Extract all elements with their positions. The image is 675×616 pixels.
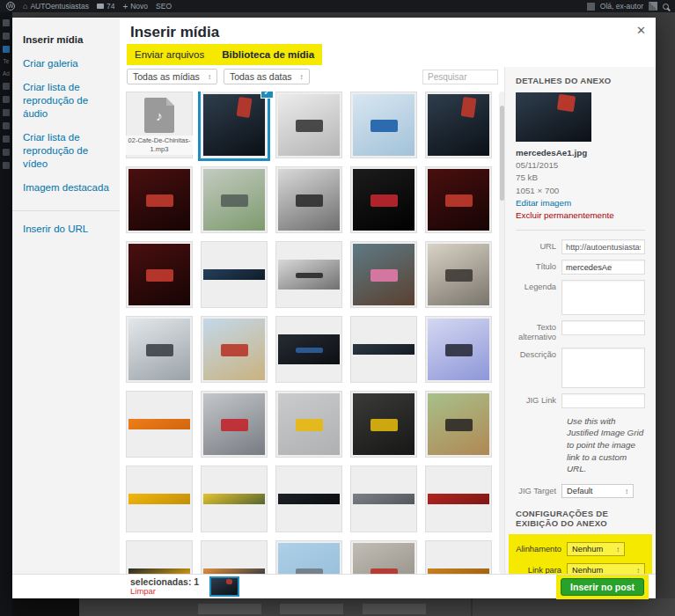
media-tile-mercedes-front-2[interactable]	[425, 92, 492, 158]
media-tile-yellow-car-strip[interactable]	[126, 466, 193, 532]
wordpress-logo-icon[interactable]: W	[6, 2, 15, 11]
media-tile-crashed-cars[interactable]	[350, 540, 417, 574]
media-tile-sunset-strip[interactable]	[201, 540, 268, 574]
plus-icon: +	[122, 2, 128, 11]
settings-icon[interactable]	[3, 162, 10, 169]
thumbnail-accent	[371, 269, 399, 282]
media-tile-scooter-dirt[interactable]	[425, 391, 492, 458]
modal-menu-item-inserir-do-url[interactable]: Inserir do URL	[12, 210, 120, 241]
thumbnail-mercedes-front-2	[428, 94, 489, 156]
media-tile-orange-strip-2[interactable]	[425, 540, 492, 574]
tab-enviar-arquivos[interactable]: Enviar arquivos	[135, 49, 204, 60]
modal-menu-item-criar-lista-de-reproducao-de-audio[interactable]: Criar lista de reprodução de áudio	[12, 76, 120, 126]
media-tile-fighter-jet[interactable]	[275, 540, 342, 574]
appearance-icon[interactable]	[3, 109, 10, 116]
edit-image-link[interactable]: Editar imagem	[516, 197, 645, 209]
media-tile-porsche-ae[interactable]	[275, 92, 342, 158]
setting-select-alinhamento[interactable]: Nenhum↕	[567, 542, 625, 556]
media-tile-yellow-tractor[interactable]	[275, 391, 342, 458]
seo-menu[interactable]: SEO	[156, 2, 172, 11]
field-label-descricao: Descrição	[516, 348, 561, 360]
account-greeting[interactable]: Olá, ex-autor	[600, 2, 643, 11]
media-tile-red-berries-3[interactable]	[126, 241, 193, 308]
audio-file-tile[interactable]: ♪02-Cafe-De-Chinitas-1.mp3	[126, 92, 193, 158]
setting-label-alinhamento: Alinhamento	[516, 545, 567, 554]
jig-target-value: Default	[567, 487, 592, 495]
posts-icon[interactable]	[3, 33, 10, 40]
media-date-filter-value: Todas as datas	[230, 71, 292, 82]
media-tile-signature-cars[interactable]	[126, 316, 193, 383]
modal-menu-item-criar-lista-de-reproducao-de-video[interactable]: Criar lista de reprodução de vídeo	[12, 126, 120, 176]
media-tile-panorama-strip[interactable]	[201, 241, 268, 308]
field-titulo[interactable]	[561, 260, 645, 275]
thumbnail-crashed-cars	[353, 543, 415, 574]
field-descricao[interactable]	[561, 348, 645, 388]
field-texto-alternativo[interactable]	[561, 320, 645, 335]
background-divider	[471, 598, 473, 616]
media-tile-red-sportscar[interactable]	[350, 166, 417, 233]
modal-menu-item-imagem-destacada[interactable]: Imagem destacada	[12, 176, 120, 200]
plugins-icon[interactable]	[3, 122, 10, 129]
delete-permanently-link[interactable]: Excluir permanentemente	[516, 209, 645, 222]
field-legenda[interactable]	[561, 280, 645, 315]
media-tile-burnout-smoke[interactable]	[425, 316, 492, 383]
thumbnail-signature-cars	[128, 319, 190, 380]
field-url[interactable]	[561, 239, 645, 254]
tools-icon[interactable]	[3, 149, 10, 156]
media-tile-red-truck-desert[interactable]	[201, 316, 268, 383]
media-tile-dark-strip[interactable]	[350, 316, 417, 383]
media-tile-black-strip[interactable]	[275, 466, 342, 532]
close-icon[interactable]: ✕	[636, 25, 646, 36]
modal-menu-item-criar-galeria[interactable]: Criar galeria	[12, 52, 120, 76]
comments-icon[interactable]	[3, 96, 10, 103]
media-tile-dark-yellow-strip[interactable]	[126, 540, 193, 574]
media-tile-taxi-cars[interactable]	[350, 391, 417, 458]
dashboard-icon[interactable]	[3, 19, 10, 26]
insert-into-post-button[interactable]: Inserir no post	[561, 578, 644, 596]
media-tile-gray-strip[interactable]	[350, 466, 417, 532]
media-tile-blue-roadster[interactable]	[350, 92, 417, 158]
field-row-titulo: Título	[516, 260, 645, 275]
attachment-filename: mercedesAe1.jpg	[516, 147, 645, 159]
media-type-filter[interactable]: Todas as mídias ↕	[127, 69, 217, 84]
field-row-texto-alternativo: Texto alternativo	[516, 320, 645, 341]
selected-item-thumbnail[interactable]	[209, 576, 239, 597]
media-tile-race-car[interactable]	[275, 316, 342, 383]
jig-target-select[interactable]: Default ↕	[561, 484, 634, 498]
media-tile-red-berries-2[interactable]	[425, 166, 492, 233]
media-tile-orange-strip[interactable]	[126, 391, 193, 458]
media-tile-sculpture-field[interactable]	[201, 166, 268, 233]
thumbnail-accent	[146, 344, 174, 356]
media-tile-yellow-green-strip[interactable]	[201, 466, 268, 532]
thumbnail-mercedes-front	[203, 94, 265, 156]
search-input[interactable]	[422, 70, 498, 84]
pages-icon[interactable]	[3, 83, 10, 90]
select-arrows-icon: ↕	[636, 567, 640, 574]
media-tile-mercedes-front[interactable]: ✓	[201, 92, 268, 158]
media-tile-red-berries-1[interactable]	[126, 166, 193, 233]
new-content-button[interactable]: + Novo	[122, 2, 148, 11]
clear-selection-link[interactable]: Limpar	[130, 587, 199, 597]
tab-biblioteca-de-midia[interactable]: Biblioteca de mídia	[222, 49, 314, 60]
setting-value-link-para: Nenhum	[572, 566, 603, 574]
media-tile-classic-car-bw[interactable]	[275, 166, 342, 233]
thumbnail-accent	[445, 194, 473, 207]
select-arrows-icon: ↕	[300, 73, 304, 81]
media-tile-red-car-strip[interactable]	[425, 466, 492, 532]
media-tile-seatbelt-detail[interactable]	[201, 391, 268, 458]
site-name-link[interactable]: ⌂ AUTOentusiastas	[23, 2, 89, 11]
modal-menu-item-inserir-midia[interactable]: Inserir mídia	[12, 28, 120, 52]
media-date-filter[interactable]: Todas as datas ↕	[224, 69, 310, 84]
field-jig-link[interactable]	[561, 393, 645, 408]
search-icon[interactable]	[663, 4, 669, 10]
media-tile-beige-interior[interactable]	[425, 241, 492, 308]
media-tile-mirror-donut[interactable]	[350, 241, 417, 308]
home-icon: ⌂	[23, 2, 27, 11]
users-icon[interactable]	[3, 136, 10, 143]
media-tile-interior-bw[interactable]	[275, 241, 342, 308]
comments-indicator[interactable]: 74	[97, 2, 114, 11]
thumbnail-yellow-green-strip	[203, 494, 265, 504]
setting-select-link-para[interactable]: Nenhum↕	[567, 563, 645, 574]
media-icon[interactable]	[3, 46, 10, 53]
updates-icon[interactable]	[587, 3, 595, 11]
